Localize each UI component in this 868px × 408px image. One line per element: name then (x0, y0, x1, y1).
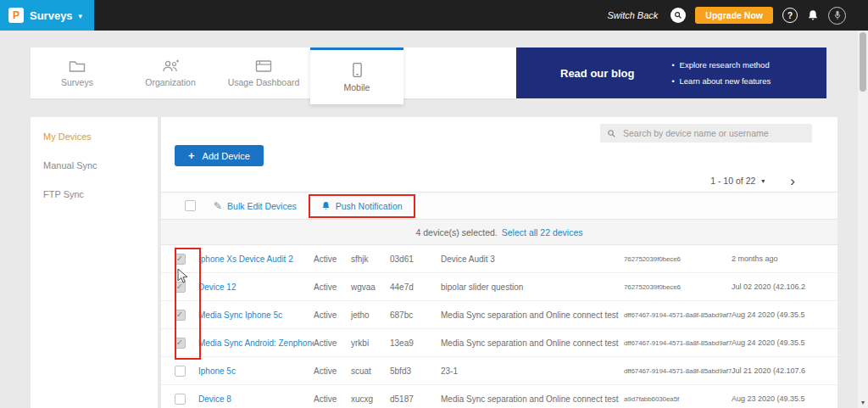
tab-label: Usage Dashboard (228, 77, 300, 87)
help-icon[interactable]: ? (782, 8, 798, 23)
banner-bullet: Learn about new features (680, 76, 771, 86)
chevron-down-icon: ▾ (761, 177, 765, 185)
bulk-edit-label: Bulk Edit Devices (227, 201, 297, 211)
bulk-edit-devices-button[interactable]: ✎ Bulk Edit Devices (209, 199, 302, 213)
main-area: My Devices Manual Sync FTP Sync + Add De… (31, 117, 837, 408)
device-survey: Device Audit 3 (441, 254, 624, 264)
banner-title: Read our blog (560, 67, 634, 80)
upgrade-now-button[interactable]: Upgrade Now (695, 7, 773, 24)
folder-icon (69, 59, 86, 73)
pagination-row: 1 - 10 of 22 ▾ › (161, 170, 837, 192)
tab-label: Mobile (344, 82, 370, 92)
device-survey: bipolar slider question (441, 282, 624, 292)
panel-header: + Add Device (161, 117, 837, 170)
push-notification-label: Push Notification (336, 201, 403, 211)
device-id: 762752039f0bece6 (624, 255, 732, 263)
tab-label: Organization (145, 77, 196, 87)
row-checkbox[interactable] (175, 310, 186, 321)
selection-info-row: 4 device(s) selected. Select all 22 devi… (161, 220, 837, 245)
row-checkbox[interactable] (175, 282, 186, 293)
device-name-link[interactable]: Media Sync Android: Zenphone (198, 338, 314, 348)
sidebar-item-my-devices[interactable]: My Devices (31, 122, 158, 151)
search-icon[interactable] (670, 8, 686, 23)
row-checkbox[interactable] (175, 254, 186, 265)
next-page-button[interactable]: › (790, 174, 795, 188)
sidebar-item-manual-sync[interactable]: Manual Sync (31, 151, 158, 180)
scrollbar-thumb[interactable] (860, 32, 866, 92)
app-menu[interactable]: P Surveys ▾ (0, 0, 94, 31)
device-username: xucxg (351, 394, 390, 404)
device-status: Active (314, 338, 351, 348)
row-checkbox[interactable] (175, 338, 186, 349)
device-name-link[interactable]: Device 8 (198, 394, 231, 404)
device-name-link[interactable]: Device 12 (198, 282, 236, 292)
tab-usage-dashboard[interactable]: Usage Dashboard (217, 48, 310, 98)
vertical-scrollbar: ▾ (858, 31, 868, 408)
device-last-sync: Jul 02 2020 (42.106.2 (732, 282, 837, 291)
table-row: Media Sync Android: Zenphone Active yrkb… (161, 329, 837, 357)
app-screen: P Surveys ▾ Switch Back Upgrade Now ? (0, 0, 868, 408)
device-username: wgvaa (351, 282, 390, 292)
device-name-link[interactable]: Media Sync Iphone 5c (198, 310, 282, 320)
device-last-sync: Aug 24 2020 (49.35.5 (732, 310, 837, 319)
annotation-box-push-notification: Push Notification (309, 194, 415, 218)
device-id: 762752039f0bece6 (624, 283, 732, 291)
notifications-bell-icon[interactable] (807, 9, 819, 21)
device-name-link[interactable]: Iphone 5c (198, 366, 236, 376)
device-survey: Media Sync separation and Online connect… (441, 394, 624, 404)
scrollbar-down-arrow[interactable]: ▾ (858, 397, 868, 408)
device-survey: Media Sync separation and Online connect… (441, 338, 624, 348)
device-id: dff67467-9194-4571-8a8f-85abd9af7d00 (624, 367, 732, 375)
sidebar-item-ftp-sync[interactable]: FTP Sync (31, 180, 158, 209)
device-code: 03d61 (390, 254, 441, 264)
device-username: jetho (351, 310, 390, 320)
tab-surveys[interactable]: Surveys (31, 48, 124, 98)
device-survey: 23-1 (441, 366, 624, 376)
device-status: Active (314, 366, 351, 376)
switch-back-link[interactable]: Switch Back (607, 10, 658, 20)
device-code: 687bc (390, 310, 441, 320)
tab-label: Surveys (61, 77, 93, 87)
device-code: 13ea9 (390, 338, 441, 348)
device-status: Active (314, 310, 351, 320)
main-tabs: Surveys Organization Usage Dashboard Mob… (31, 48, 516, 98)
device-status: Active (314, 282, 351, 292)
select-all-checkbox[interactable] (185, 200, 196, 211)
tab-organization[interactable]: Organization (124, 48, 217, 98)
pagination-label: 1 - 10 of 22 (710, 176, 755, 186)
device-last-sync: Aug 23 2020 (49.35.5 (732, 394, 837, 403)
devices-panel: + Add Device 1 - 10 of 22 ▾ › ✎ Bulk Edi… (161, 117, 837, 408)
chevron-down-icon: ▾ (79, 12, 83, 20)
plus-icon: + (188, 149, 195, 162)
table-row: Device 12 Active wgvaa 44e7d bipolar sli… (161, 273, 837, 301)
topbar: P Surveys ▾ Switch Back Upgrade Now ? (0, 0, 868, 31)
row-checkbox[interactable] (175, 394, 186, 405)
device-search (600, 124, 812, 143)
pagination-dropdown[interactable]: 1 - 10 of 22 ▾ (710, 176, 765, 186)
topbar-actions: Switch Back Upgrade Now ? (607, 7, 868, 25)
device-status: Active (314, 254, 351, 264)
device-last-sync: Aug 24 2020 (49.35.5 (732, 338, 837, 347)
select-all-link[interactable]: Select all 22 devices (502, 227, 583, 238)
bullet-icon: • (671, 77, 674, 86)
add-device-button[interactable]: + Add Device (175, 145, 264, 166)
device-search-input[interactable] (621, 127, 805, 139)
bell-icon (321, 201, 331, 210)
pencil-icon: ✎ (214, 200, 222, 212)
push-notification-button[interactable]: Push Notification (316, 200, 408, 212)
device-name-link[interactable]: Iphone Xs Device Audit 2 (198, 254, 293, 264)
device-username: yrkbi (351, 338, 390, 348)
user-avatar[interactable] (828, 7, 846, 25)
row-checkbox[interactable] (175, 366, 186, 377)
phone-icon (352, 62, 363, 78)
device-code: 5bfd3 (390, 366, 441, 376)
add-device-label: Add Device (203, 151, 250, 161)
table-row: Media Sync Iphone 5c Active jetho 687bc … (161, 301, 837, 329)
table-row: Device 8 Active xucxg d5187 Media Sync s… (161, 385, 837, 408)
device-username: sfhjk (351, 254, 390, 264)
table-row: Iphone 5c Active scuat 5bfd3 23-1 dff674… (161, 357, 837, 385)
blog-banner[interactable]: Read our blog •Explore research method •… (516, 48, 826, 98)
device-id: dff67467-9194-4571-8a8f-85abd9af7d00 (624, 311, 732, 319)
tab-mobile[interactable]: Mobile (310, 48, 403, 104)
table-actions-row: ✎ Bulk Edit Devices Push Notification (161, 192, 837, 220)
